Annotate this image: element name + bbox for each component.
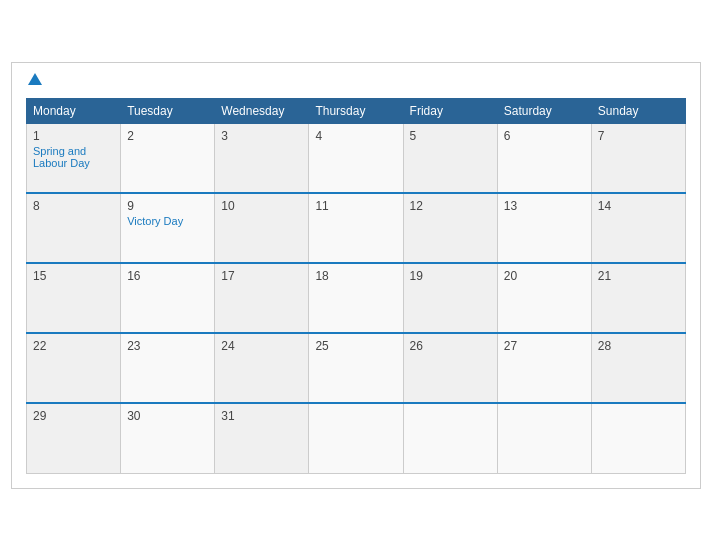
calendar-cell: 21 — [591, 263, 685, 333]
weekday-header-tuesday: Tuesday — [121, 98, 215, 123]
day-number: 23 — [127, 339, 208, 353]
day-number: 17 — [221, 269, 302, 283]
weekday-header-friday: Friday — [403, 98, 497, 123]
day-number: 3 — [221, 129, 302, 143]
day-number: 6 — [504, 129, 585, 143]
day-number: 16 — [127, 269, 208, 283]
week-row-5: 293031 — [27, 403, 686, 473]
day-number: 22 — [33, 339, 114, 353]
calendar-cell: 12 — [403, 193, 497, 263]
day-number: 8 — [33, 199, 114, 213]
day-number: 27 — [504, 339, 585, 353]
day-number: 20 — [504, 269, 585, 283]
day-number: 19 — [410, 269, 491, 283]
calendar-cell: 19 — [403, 263, 497, 333]
day-number: 2 — [127, 129, 208, 143]
calendar-cell: 22 — [27, 333, 121, 403]
calendar-cell: 8 — [27, 193, 121, 263]
weekday-header-wednesday: Wednesday — [215, 98, 309, 123]
day-number: 4 — [315, 129, 396, 143]
calendar-cell — [309, 403, 403, 473]
calendar-cell: 14 — [591, 193, 685, 263]
calendar-cell: 16 — [121, 263, 215, 333]
day-number: 29 — [33, 409, 114, 423]
weekday-header-row: MondayTuesdayWednesdayThursdayFridaySatu… — [27, 98, 686, 123]
weekday-header-monday: Monday — [27, 98, 121, 123]
calendar-cell: 7 — [591, 123, 685, 193]
calendar-cell: 27 — [497, 333, 591, 403]
calendar-cell — [497, 403, 591, 473]
day-number: 9 — [127, 199, 208, 213]
day-number: 30 — [127, 409, 208, 423]
calendar-cell: 4 — [309, 123, 403, 193]
day-number: 10 — [221, 199, 302, 213]
logo — [26, 73, 42, 86]
day-number: 11 — [315, 199, 396, 213]
calendar-cell: 2 — [121, 123, 215, 193]
calendar-cell: 20 — [497, 263, 591, 333]
day-number: 18 — [315, 269, 396, 283]
day-event: Victory Day — [127, 215, 208, 227]
logo-triangle-icon — [28, 73, 42, 85]
calendar-cell: 31 — [215, 403, 309, 473]
weekday-header-saturday: Saturday — [497, 98, 591, 123]
calendar-cell: 25 — [309, 333, 403, 403]
calendar-cell — [403, 403, 497, 473]
day-number: 5 — [410, 129, 491, 143]
day-number: 31 — [221, 409, 302, 423]
calendar-container: MondayTuesdayWednesdayThursdayFridaySatu… — [11, 62, 701, 489]
calendar-cell: 13 — [497, 193, 591, 263]
calendar-cell: 10 — [215, 193, 309, 263]
day-number: 15 — [33, 269, 114, 283]
weekday-header-sunday: Sunday — [591, 98, 685, 123]
day-number: 7 — [598, 129, 679, 143]
calendar-cell: 29 — [27, 403, 121, 473]
week-row-3: 15161718192021 — [27, 263, 686, 333]
calendar-cell — [591, 403, 685, 473]
calendar-cell: 23 — [121, 333, 215, 403]
day-number: 1 — [33, 129, 114, 143]
calendar-cell: 28 — [591, 333, 685, 403]
weekday-header-thursday: Thursday — [309, 98, 403, 123]
day-number: 12 — [410, 199, 491, 213]
day-number: 24 — [221, 339, 302, 353]
calendar-cell: 30 — [121, 403, 215, 473]
day-number: 26 — [410, 339, 491, 353]
day-event: Spring and Labour Day — [33, 145, 114, 169]
calendar-cell: 18 — [309, 263, 403, 333]
calendar-grid: MondayTuesdayWednesdayThursdayFridaySatu… — [26, 98, 686, 474]
day-number: 14 — [598, 199, 679, 213]
calendar-cell: 5 — [403, 123, 497, 193]
calendar-cell: 15 — [27, 263, 121, 333]
week-row-1: 1Spring and Labour Day234567 — [27, 123, 686, 193]
day-number: 25 — [315, 339, 396, 353]
calendar-cell: 24 — [215, 333, 309, 403]
calendar-cell: 17 — [215, 263, 309, 333]
calendar-cell: 11 — [309, 193, 403, 263]
calendar-cell: 1Spring and Labour Day — [27, 123, 121, 193]
calendar-cell: 9Victory Day — [121, 193, 215, 263]
calendar-cell: 6 — [497, 123, 591, 193]
calendar-cell: 3 — [215, 123, 309, 193]
calendar-cell: 26 — [403, 333, 497, 403]
calendar-header — [26, 73, 686, 86]
week-row-4: 22232425262728 — [27, 333, 686, 403]
week-row-2: 89Victory Day1011121314 — [27, 193, 686, 263]
day-number: 28 — [598, 339, 679, 353]
day-number: 13 — [504, 199, 585, 213]
day-number: 21 — [598, 269, 679, 283]
